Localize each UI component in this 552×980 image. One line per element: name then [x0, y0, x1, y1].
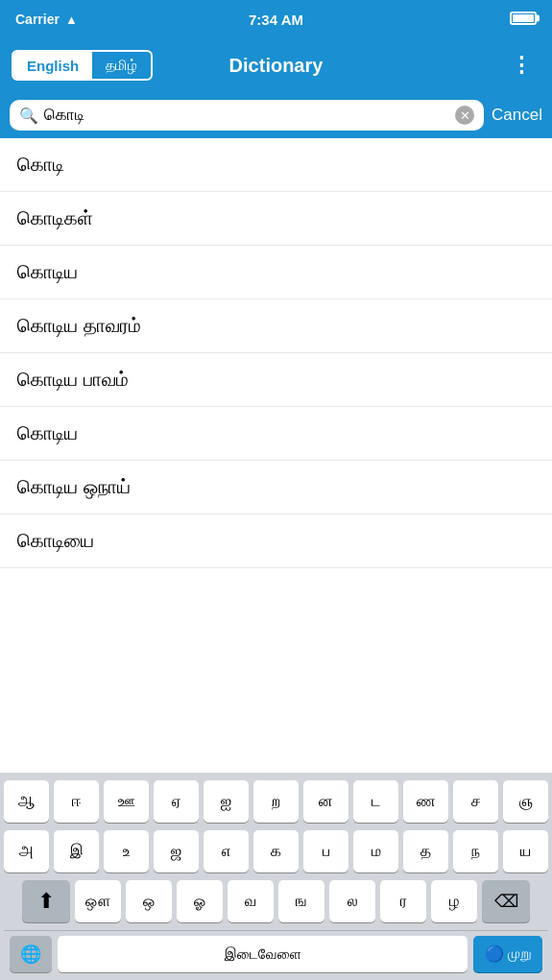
return-icon: 🔵: [485, 944, 504, 963]
header-title: Dictionary: [229, 55, 324, 77]
key-ஐ[interactable]: ஐ: [204, 780, 249, 823]
return-button[interactable]: 🔵முறு: [473, 936, 542, 972]
battery-indicator: [510, 12, 537, 28]
key-ய[interactable]: ய: [503, 830, 548, 872]
search-input[interactable]: [44, 106, 449, 125]
clear-search-button[interactable]: ✕: [455, 106, 474, 125]
keyboard-bottom-bar: 🌐இடைவேளை🔵முறு: [4, 930, 548, 976]
search-icon: 🔍: [19, 107, 38, 125]
keyboard-row-0: ஆஈஊஏஐறனடணசஞ: [4, 780, 548, 823]
wifi-icon: ▲: [65, 12, 78, 27]
results-list: கொடிகொடிகள்கொடியகொடிய தாவரம்கொடிய பாவம்க…: [0, 138, 552, 568]
key-த[interactable]: த: [403, 830, 448, 872]
key-ழ[interactable]: ழ: [431, 880, 477, 922]
result-item[interactable]: கொடிய தாவரம்: [0, 299, 552, 353]
key-ன[interactable]: ன: [303, 780, 348, 823]
search-input-wrap: 🔍 ✕: [10, 100, 484, 131]
result-item[interactable]: கொடிய: [0, 407, 552, 461]
key-ஊ[interactable]: ஊ: [104, 780, 149, 823]
key-உ[interactable]: உ: [104, 830, 149, 872]
key-ச[interactable]: ச: [453, 780, 498, 823]
key-வ[interactable]: வ: [228, 880, 274, 922]
status-bar-time: 7:34 AM: [249, 12, 303, 28]
key-ந[interactable]: ந: [453, 830, 498, 872]
keyboard-row-2: ⬆ஔஒஓவஙலரழ⌫: [4, 880, 548, 922]
key-எ[interactable]: எ: [204, 830, 249, 872]
spacebar[interactable]: இடைவேளை: [58, 936, 468, 972]
search-bar: 🔍 ✕ Cancel: [0, 92, 552, 138]
carrier-text: Carrier: [15, 12, 60, 27]
key-க[interactable]: க: [253, 830, 299, 872]
more-menu-icon[interactable]: ⋮: [503, 49, 540, 82]
shift-key[interactable]: ⬆: [22, 880, 70, 922]
result-item[interactable]: கொடிகள்: [0, 192, 552, 246]
result-item[interactable]: கொடி: [0, 138, 552, 192]
key-ல[interactable]: ல: [329, 880, 375, 922]
keyboard-row-1: அஇஉஜஎகபமதநய: [4, 830, 548, 872]
key-அ[interactable]: அ: [4, 830, 49, 872]
key-ஒ[interactable]: ஒ: [126, 880, 172, 922]
result-item[interactable]: கொடிய பாவம்: [0, 353, 552, 407]
key-ப[interactable]: ப: [303, 830, 348, 872]
status-bar-left: Carrier ▲: [15, 12, 78, 27]
cancel-button[interactable]: Cancel: [492, 106, 542, 125]
key-ஜ[interactable]: ஜ: [154, 830, 199, 872]
language-toggle[interactable]: English தமிழ்: [12, 50, 153, 81]
key-ம[interactable]: ம: [353, 830, 398, 872]
key-ங[interactable]: ங: [278, 880, 324, 922]
key-ஏ[interactable]: ஏ: [154, 780, 199, 823]
key-ட[interactable]: ட: [353, 780, 398, 823]
key-ஆ[interactable]: ஆ: [4, 780, 49, 823]
lang-english-button[interactable]: English: [13, 52, 92, 79]
key-ஞ[interactable]: ஞ: [503, 780, 548, 823]
backspace-key[interactable]: ⌫: [482, 880, 530, 922]
lang-tamil-button[interactable]: தமிழ்: [92, 52, 151, 79]
return-label: முறு: [508, 945, 532, 962]
header: English தமிழ் Dictionary ⋮: [0, 38, 552, 92]
result-item[interactable]: கொடிய ஒநாய்: [0, 461, 552, 514]
keyboard: ஆஈஊஏஐறனடணசஞஅஇஉஜஎகபமதநய⬆ஔஒஓவஙலரழ⌫🌐இடைவேளை…: [0, 773, 552, 980]
result-item[interactable]: கொடிய: [0, 246, 552, 299]
key-ர[interactable]: ர: [380, 880, 426, 922]
key-ஓ[interactable]: ஓ: [177, 880, 223, 922]
key-இ[interactable]: இ: [54, 830, 99, 872]
result-item[interactable]: கொடியை: [0, 514, 552, 568]
key-ற[interactable]: ற: [253, 780, 299, 823]
key-ஔ[interactable]: ஔ: [75, 880, 121, 922]
key-ஈ[interactable]: ஈ: [54, 780, 99, 823]
emoji-key[interactable]: 🌐: [10, 936, 52, 972]
status-bar: Carrier ▲ 7:34 AM: [0, 0, 552, 38]
key-ண[interactable]: ண: [403, 780, 448, 823]
